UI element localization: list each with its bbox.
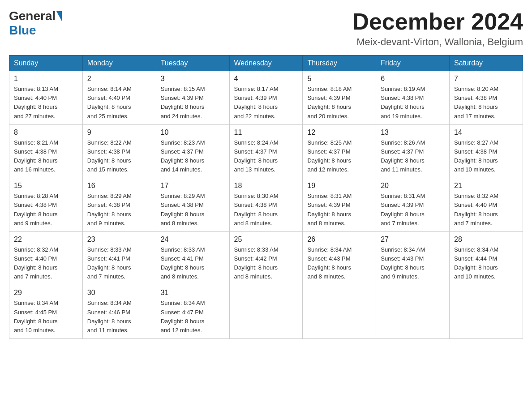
day-info: Sunrise: 8:32 AM Sunset: 4:40 PM Dayligh… [454,192,518,228]
calendar-cell: 30 Sunrise: 8:34 AM Sunset: 4:46 PM Dayl… [82,285,156,339]
day-info: Sunrise: 8:34 AM Sunset: 4:43 PM Dayligh… [381,245,445,282]
calendar-cell: 3 Sunrise: 8:15 AM Sunset: 4:39 PM Dayli… [156,71,229,125]
calendar-cell: 1 Sunrise: 8:13 AM Sunset: 4:40 PM Dayli… [9,71,83,125]
days-header-row: SundayMondayTuesdayWednesdayThursdayFrid… [9,56,523,71]
day-number: 9 [87,128,151,137]
week-row-1: 1 Sunrise: 8:13 AM Sunset: 4:40 PM Dayli… [9,71,523,125]
calendar-cell: 25 Sunrise: 8:33 AM Sunset: 4:42 PM Dayl… [229,231,303,285]
calendar-cell: 21 Sunrise: 8:32 AM Sunset: 4:40 PM Dayl… [450,178,523,232]
day-number: 12 [307,128,371,137]
page-header: General Blue December 2024 Meix-devant-V… [9,9,523,48]
day-info: Sunrise: 8:25 AM Sunset: 4:37 PM Dayligh… [307,138,371,175]
calendar-cell: 2 Sunrise: 8:14 AM Sunset: 4:40 PM Dayli… [82,71,156,125]
day-info: Sunrise: 8:32 AM Sunset: 4:40 PM Dayligh… [14,245,78,282]
day-info: Sunrise: 8:33 AM Sunset: 4:41 PM Dayligh… [87,245,151,282]
day-info: Sunrise: 8:20 AM Sunset: 4:38 PM Dayligh… [454,85,518,121]
calendar-cell: 10 Sunrise: 8:23 AM Sunset: 4:37 PM Dayl… [156,124,229,178]
calendar-cell: 9 Sunrise: 8:22 AM Sunset: 4:38 PM Dayli… [82,124,156,178]
calendar-cell: 14 Sunrise: 8:27 AM Sunset: 4:38 PM Dayl… [450,124,523,178]
day-info: Sunrise: 8:24 AM Sunset: 4:37 PM Dayligh… [234,138,298,175]
day-header-thursday: Thursday [303,56,376,71]
calendar-cell: 6 Sunrise: 8:19 AM Sunset: 4:38 PM Dayli… [376,71,450,125]
calendar-cell: 7 Sunrise: 8:20 AM Sunset: 4:38 PM Dayli… [450,71,523,125]
day-info: Sunrise: 8:23 AM Sunset: 4:37 PM Dayligh… [161,138,225,175]
day-number: 28 [454,235,518,244]
calendar-cell: 16 Sunrise: 8:29 AM Sunset: 4:38 PM Dayl… [82,178,156,232]
day-info: Sunrise: 8:17 AM Sunset: 4:39 PM Dayligh… [234,85,298,121]
day-header-sunday: Sunday [9,56,83,71]
day-number: 7 [454,75,518,83]
day-number: 16 [87,182,151,190]
calendar-cell: 8 Sunrise: 8:21 AM Sunset: 4:38 PM Dayli… [9,124,83,178]
day-header-wednesday: Wednesday [229,56,303,71]
day-info: Sunrise: 8:34 AM Sunset: 4:47 PM Dayligh… [161,299,225,335]
calendar-cell: 15 Sunrise: 8:28 AM Sunset: 4:38 PM Dayl… [9,178,83,232]
day-header-monday: Monday [82,56,156,71]
day-number: 27 [381,235,445,244]
day-info: Sunrise: 8:18 AM Sunset: 4:39 PM Dayligh… [307,85,371,121]
day-number: 3 [161,75,225,83]
day-number: 8 [14,128,78,137]
week-row-2: 8 Sunrise: 8:21 AM Sunset: 4:38 PM Dayli… [9,124,523,178]
week-row-3: 15 Sunrise: 8:28 AM Sunset: 4:38 PM Dayl… [9,178,523,232]
calendar-cell [303,285,376,339]
title-area: December 2024 Meix-devant-Virton, Wallon… [352,9,523,48]
logo-blue-text: Blue [9,23,36,37]
calendar-cell: 27 Sunrise: 8:34 AM Sunset: 4:43 PM Dayl… [376,231,450,285]
logo-general-text: General [9,9,56,23]
day-info: Sunrise: 8:31 AM Sunset: 4:39 PM Dayligh… [307,192,371,228]
day-number: 22 [14,235,78,244]
day-info: Sunrise: 8:28 AM Sunset: 4:38 PM Dayligh… [14,192,78,228]
calendar-cell: 28 Sunrise: 8:34 AM Sunset: 4:44 PM Dayl… [450,231,523,285]
day-number: 23 [87,235,151,244]
day-number: 17 [161,182,225,190]
day-number: 26 [307,235,371,244]
day-info: Sunrise: 8:26 AM Sunset: 4:37 PM Dayligh… [381,138,445,175]
calendar-cell: 12 Sunrise: 8:25 AM Sunset: 4:37 PM Dayl… [303,124,376,178]
day-number: 2 [87,75,151,83]
day-info: Sunrise: 8:34 AM Sunset: 4:44 PM Dayligh… [454,245,518,282]
day-info: Sunrise: 8:34 AM Sunset: 4:45 PM Dayligh… [14,299,78,335]
day-number: 18 [234,182,298,190]
day-number: 11 [234,128,298,137]
day-number: 13 [381,128,445,137]
day-info: Sunrise: 8:34 AM Sunset: 4:43 PM Dayligh… [307,245,371,282]
day-number: 15 [14,182,78,190]
day-info: Sunrise: 8:15 AM Sunset: 4:39 PM Dayligh… [161,85,225,121]
calendar-cell: 24 Sunrise: 8:33 AM Sunset: 4:41 PM Dayl… [156,231,229,285]
day-header-friday: Friday [376,56,450,71]
calendar-cell: 23 Sunrise: 8:33 AM Sunset: 4:41 PM Dayl… [82,231,156,285]
calendar-cell [376,285,450,339]
week-row-5: 29 Sunrise: 8:34 AM Sunset: 4:45 PM Dayl… [9,285,523,339]
day-info: Sunrise: 8:33 AM Sunset: 4:41 PM Dayligh… [161,245,225,282]
day-info: Sunrise: 8:33 AM Sunset: 4:42 PM Dayligh… [234,245,298,282]
day-number: 20 [381,182,445,190]
day-info: Sunrise: 8:29 AM Sunset: 4:38 PM Dayligh… [161,192,225,228]
calendar-cell: 31 Sunrise: 8:34 AM Sunset: 4:47 PM Dayl… [156,285,229,339]
week-row-4: 22 Sunrise: 8:32 AM Sunset: 4:40 PM Dayl… [9,231,523,285]
calendar-subtitle: Meix-devant-Virton, Wallonia, Belgium [352,36,523,48]
calendar-cell: 22 Sunrise: 8:32 AM Sunset: 4:40 PM Dayl… [9,231,83,285]
calendar-cell: 20 Sunrise: 8:31 AM Sunset: 4:39 PM Dayl… [376,178,450,232]
day-number: 21 [454,182,518,190]
day-info: Sunrise: 8:34 AM Sunset: 4:46 PM Dayligh… [87,299,151,335]
day-number: 14 [454,128,518,137]
logo-arrow-icon [56,11,62,21]
day-info: Sunrise: 8:30 AM Sunset: 4:38 PM Dayligh… [234,192,298,228]
day-number: 4 [234,75,298,83]
calendar-table: SundayMondayTuesdayWednesdayThursdayFrid… [9,55,523,339]
day-number: 29 [14,289,78,297]
day-info: Sunrise: 8:19 AM Sunset: 4:38 PM Dayligh… [381,85,445,121]
day-number: 24 [161,235,225,244]
day-number: 6 [381,75,445,83]
calendar-cell: 11 Sunrise: 8:24 AM Sunset: 4:37 PM Dayl… [229,124,303,178]
day-info: Sunrise: 8:21 AM Sunset: 4:38 PM Dayligh… [14,138,78,175]
calendar-cell: 13 Sunrise: 8:26 AM Sunset: 4:37 PM Dayl… [376,124,450,178]
day-number: 25 [234,235,298,244]
day-info: Sunrise: 8:27 AM Sunset: 4:38 PM Dayligh… [454,138,518,175]
day-number: 10 [161,128,225,137]
day-info: Sunrise: 8:22 AM Sunset: 4:38 PM Dayligh… [87,138,151,175]
calendar-title: December 2024 [352,9,523,34]
calendar-cell: 17 Sunrise: 8:29 AM Sunset: 4:38 PM Dayl… [156,178,229,232]
day-info: Sunrise: 8:29 AM Sunset: 4:38 PM Dayligh… [87,192,151,228]
